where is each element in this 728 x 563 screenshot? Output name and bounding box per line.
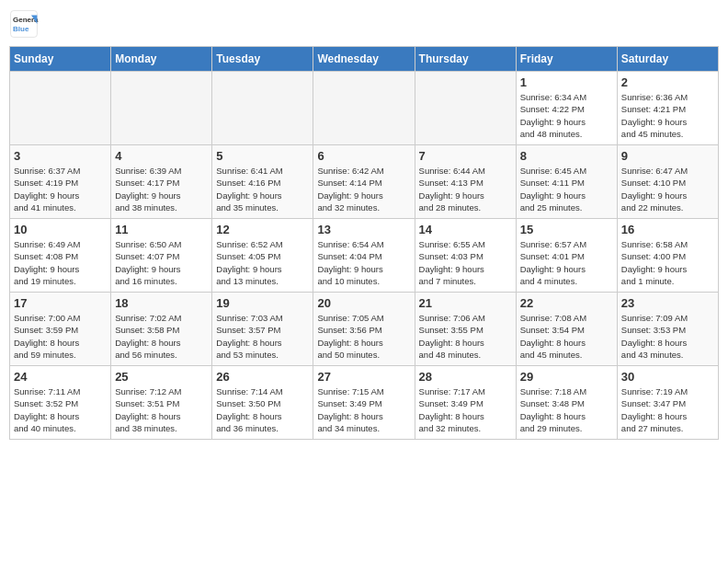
day-info: Sunrise: 7:00 AM Sunset: 3:59 PM Dayligh… bbox=[14, 312, 107, 361]
calendar-cell: 13Sunrise: 6:54 AM Sunset: 4:04 PM Dayli… bbox=[313, 219, 415, 293]
day-number: 23 bbox=[621, 296, 714, 310]
calendar-cell: 20Sunrise: 7:05 AM Sunset: 3:56 PM Dayli… bbox=[313, 293, 415, 366]
calendar-week-2: 3Sunrise: 6:37 AM Sunset: 4:19 PM Daylig… bbox=[10, 145, 719, 219]
day-info: Sunrise: 6:50 AM Sunset: 4:07 PM Dayligh… bbox=[115, 238, 208, 287]
calendar-cell: 11Sunrise: 6:50 AM Sunset: 4:07 PM Dayli… bbox=[111, 219, 212, 293]
day-info: Sunrise: 7:06 AM Sunset: 3:55 PM Dayligh… bbox=[419, 312, 512, 361]
day-number: 1 bbox=[520, 75, 613, 89]
calendar-cell: 23Sunrise: 7:09 AM Sunset: 3:53 PM Dayli… bbox=[617, 293, 718, 366]
calendar-cell: 19Sunrise: 7:03 AM Sunset: 3:57 PM Dayli… bbox=[212, 293, 313, 366]
calendar-cell bbox=[415, 72, 516, 145]
day-info: Sunrise: 6:44 AM Sunset: 4:13 PM Dayligh… bbox=[419, 165, 512, 213]
day-number: 9 bbox=[621, 149, 714, 163]
day-number: 10 bbox=[14, 223, 107, 236]
calendar-cell: 6Sunrise: 6:42 AM Sunset: 4:14 PM Daylig… bbox=[313, 145, 415, 219]
calendar-cell: 24Sunrise: 7:11 AM Sunset: 3:52 PM Dayli… bbox=[10, 366, 111, 440]
day-number: 13 bbox=[317, 223, 410, 236]
day-info: Sunrise: 6:41 AM Sunset: 4:16 PM Dayligh… bbox=[216, 165, 309, 213]
day-number: 30 bbox=[621, 370, 714, 384]
day-number: 6 bbox=[317, 149, 410, 163]
calendar-cell: 16Sunrise: 6:58 AM Sunset: 4:00 PM Dayli… bbox=[617, 219, 718, 293]
calendar-cell bbox=[313, 72, 415, 145]
day-number: 21 bbox=[419, 296, 512, 310]
calendar-cell: 29Sunrise: 7:18 AM Sunset: 3:48 PM Dayli… bbox=[516, 366, 617, 440]
page-header: General Blue bbox=[9, 9, 719, 39]
day-number: 28 bbox=[419, 370, 512, 384]
calendar-cell: 15Sunrise: 6:57 AM Sunset: 4:01 PM Dayli… bbox=[516, 219, 617, 293]
calendar-cell bbox=[212, 72, 313, 145]
day-info: Sunrise: 7:09 AM Sunset: 3:53 PM Dayligh… bbox=[621, 312, 714, 361]
calendar-table: SundayMondayTuesdayWednesdayThursdayFrid… bbox=[9, 46, 719, 440]
calendar-cell: 22Sunrise: 7:08 AM Sunset: 3:54 PM Dayli… bbox=[516, 293, 617, 366]
calendar-cell: 12Sunrise: 6:52 AM Sunset: 4:05 PM Dayli… bbox=[212, 219, 313, 293]
day-number: 11 bbox=[115, 223, 208, 236]
day-number: 24 bbox=[14, 370, 107, 384]
day-info: Sunrise: 7:15 AM Sunset: 3:49 PM Dayligh… bbox=[317, 385, 410, 434]
day-number: 16 bbox=[621, 223, 714, 236]
day-info: Sunrise: 6:34 AM Sunset: 4:22 PM Dayligh… bbox=[520, 91, 613, 140]
day-header-tuesday: Tuesday bbox=[212, 47, 313, 72]
day-header-sunday: Sunday bbox=[10, 47, 111, 72]
day-number: 20 bbox=[317, 296, 410, 310]
day-number: 2 bbox=[621, 75, 714, 89]
calendar-cell: 2Sunrise: 6:36 AM Sunset: 4:21 PM Daylig… bbox=[617, 72, 718, 145]
day-info: Sunrise: 7:11 AM Sunset: 3:52 PM Dayligh… bbox=[14, 385, 107, 434]
calendar-cell: 30Sunrise: 7:19 AM Sunset: 3:47 PM Dayli… bbox=[617, 366, 718, 440]
calendar-cell: 17Sunrise: 7:00 AM Sunset: 3:59 PM Dayli… bbox=[10, 293, 111, 366]
svg-text:Blue: Blue bbox=[13, 25, 29, 33]
day-header-thursday: Thursday bbox=[415, 47, 516, 72]
calendar-cell: 18Sunrise: 7:02 AM Sunset: 3:58 PM Dayli… bbox=[111, 293, 212, 366]
day-info: Sunrise: 6:45 AM Sunset: 4:11 PM Dayligh… bbox=[520, 165, 613, 213]
day-info: Sunrise: 7:02 AM Sunset: 3:58 PM Dayligh… bbox=[115, 312, 208, 361]
day-number: 29 bbox=[520, 370, 613, 384]
day-header-friday: Friday bbox=[516, 47, 617, 72]
calendar-week-4: 17Sunrise: 7:00 AM Sunset: 3:59 PM Dayli… bbox=[10, 293, 719, 366]
day-info: Sunrise: 6:58 AM Sunset: 4:00 PM Dayligh… bbox=[621, 238, 714, 287]
day-number: 5 bbox=[216, 149, 309, 163]
day-number: 3 bbox=[14, 149, 107, 163]
day-number: 15 bbox=[520, 223, 613, 236]
day-info: Sunrise: 7:12 AM Sunset: 3:51 PM Dayligh… bbox=[115, 385, 208, 434]
calendar-cell bbox=[111, 72, 212, 145]
day-header-saturday: Saturday bbox=[617, 47, 718, 72]
day-info: Sunrise: 7:18 AM Sunset: 3:48 PM Dayligh… bbox=[520, 385, 613, 434]
day-number: 26 bbox=[216, 370, 309, 384]
calendar-cell: 10Sunrise: 6:49 AM Sunset: 4:08 PM Dayli… bbox=[10, 219, 111, 293]
calendar-header-row: SundayMondayTuesdayWednesdayThursdayFrid… bbox=[10, 47, 719, 72]
day-info: Sunrise: 7:08 AM Sunset: 3:54 PM Dayligh… bbox=[520, 312, 613, 361]
calendar-cell: 21Sunrise: 7:06 AM Sunset: 3:55 PM Dayli… bbox=[415, 293, 516, 366]
calendar-cell: 26Sunrise: 7:14 AM Sunset: 3:50 PM Dayli… bbox=[212, 366, 313, 440]
day-number: 25 bbox=[115, 370, 208, 384]
logo: General Blue bbox=[9, 9, 39, 39]
day-info: Sunrise: 7:14 AM Sunset: 3:50 PM Dayligh… bbox=[216, 385, 309, 434]
day-number: 12 bbox=[216, 223, 309, 236]
logo-icon: General Blue bbox=[9, 9, 39, 39]
day-info: Sunrise: 6:47 AM Sunset: 4:10 PM Dayligh… bbox=[621, 165, 714, 213]
day-number: 22 bbox=[520, 296, 613, 310]
day-header-wednesday: Wednesday bbox=[313, 47, 415, 72]
calendar-cell: 5Sunrise: 6:41 AM Sunset: 4:16 PM Daylig… bbox=[212, 145, 313, 219]
calendar-cell: 27Sunrise: 7:15 AM Sunset: 3:49 PM Dayli… bbox=[313, 366, 415, 440]
day-info: Sunrise: 6:57 AM Sunset: 4:01 PM Dayligh… bbox=[520, 238, 613, 287]
day-number: 19 bbox=[216, 296, 309, 310]
day-number: 14 bbox=[419, 223, 512, 236]
day-number: 18 bbox=[115, 296, 208, 310]
day-info: Sunrise: 6:54 AM Sunset: 4:04 PM Dayligh… bbox=[317, 238, 410, 287]
calendar-body: 1Sunrise: 6:34 AM Sunset: 4:22 PM Daylig… bbox=[10, 72, 719, 440]
day-number: 17 bbox=[14, 296, 107, 310]
day-info: Sunrise: 6:36 AM Sunset: 4:21 PM Dayligh… bbox=[621, 91, 714, 140]
day-info: Sunrise: 6:37 AM Sunset: 4:19 PM Dayligh… bbox=[14, 165, 107, 213]
day-info: Sunrise: 6:39 AM Sunset: 4:17 PM Dayligh… bbox=[115, 165, 208, 213]
calendar-week-3: 10Sunrise: 6:49 AM Sunset: 4:08 PM Dayli… bbox=[10, 219, 719, 293]
calendar-cell: 1Sunrise: 6:34 AM Sunset: 4:22 PM Daylig… bbox=[516, 72, 617, 145]
calendar-cell: 28Sunrise: 7:17 AM Sunset: 3:49 PM Dayli… bbox=[415, 366, 516, 440]
day-info: Sunrise: 7:05 AM Sunset: 3:56 PM Dayligh… bbox=[317, 312, 410, 361]
calendar-cell: 9Sunrise: 6:47 AM Sunset: 4:10 PM Daylig… bbox=[617, 145, 718, 219]
day-number: 7 bbox=[419, 149, 512, 163]
calendar-cell bbox=[10, 72, 111, 145]
day-info: Sunrise: 6:49 AM Sunset: 4:08 PM Dayligh… bbox=[14, 238, 107, 287]
calendar-cell: 3Sunrise: 6:37 AM Sunset: 4:19 PM Daylig… bbox=[10, 145, 111, 219]
day-info: Sunrise: 6:52 AM Sunset: 4:05 PM Dayligh… bbox=[216, 238, 309, 287]
calendar-cell: 25Sunrise: 7:12 AM Sunset: 3:51 PM Dayli… bbox=[111, 366, 212, 440]
calendar-cell: 4Sunrise: 6:39 AM Sunset: 4:17 PM Daylig… bbox=[111, 145, 212, 219]
